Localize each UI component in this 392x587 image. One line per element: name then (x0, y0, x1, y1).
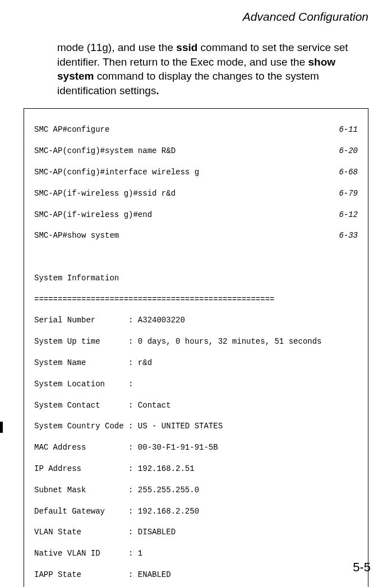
code-blank (34, 252, 358, 262)
code-line: SMC-AP#show system6-33 (34, 230, 358, 241)
code-line: SMC-AP(if-wireless g)#ssid r&d6-79 (34, 188, 358, 199)
change-bar-icon (0, 422, 3, 433)
code-text: SMC-AP#show system (34, 230, 119, 241)
para-bold-ssid: ssid (176, 41, 197, 53)
code-line: SMC-AP(config)#interface wireless g6-68 (34, 167, 358, 178)
code-row: System Location : (34, 379, 358, 390)
code-separator: ========================================… (34, 294, 358, 305)
code-row: Native VLAN ID : 1 (34, 548, 358, 559)
code-row: System Up time : 0 days, 0 hours, 32 min… (34, 336, 358, 347)
code-row: Serial Number : A324003220 (34, 315, 358, 326)
code-row: Subnet Mask : 255.255.255.0 (34, 485, 358, 496)
page: Advanced Configuration mode (11g), and u… (0, 0, 392, 587)
code-block: SMC AP#configure6-11 SMC-AP(config)#syst… (24, 108, 368, 587)
code-ref: 6-79 (334, 188, 358, 199)
code-info-header: System Information (34, 273, 358, 284)
code-row: IAPP State : ENABLED (34, 570, 358, 580)
code-text: SMC-AP(if-wireless g)#end (34, 210, 152, 220)
code-row: System Country Code : US - UNITED STATES (34, 421, 358, 432)
header-title: Advanced Configuration (10, 10, 371, 24)
code-ref: 6-20 (334, 146, 358, 156)
code-text: SMC-AP(config)#system name R&D (34, 146, 176, 156)
page-number: 5-5 (353, 560, 371, 575)
code-row: System Name : r&d (34, 358, 358, 368)
code-text: SMC AP#configure (34, 124, 109, 135)
code-row: Default Gateway : 192.168.2.250 (34, 506, 358, 517)
para-text-3: command to display the changes to the sy… (57, 70, 319, 96)
code-line: SMC AP#configure6-11 (34, 124, 358, 135)
code-ref: 6-11 (334, 124, 358, 135)
code-text: SMC-AP(config)#interface wireless g (34, 167, 199, 178)
para-text-1: mode (11g), and use the (57, 41, 176, 53)
code-row: VLAN State : DISABLED (34, 527, 358, 538)
code-ref: 6-12 (334, 210, 358, 220)
body-paragraph: mode (11g), and use the ssid command to … (57, 40, 368, 98)
code-row: IP Address : 192.168.2.51 (34, 464, 358, 474)
code-text: SMC-AP(if-wireless g)#ssid r&d (34, 188, 176, 199)
code-line: SMC-AP(config)#system name R&D6-20 (34, 146, 358, 156)
code-ref: 6-68 (334, 167, 358, 178)
code-row: System Contact : Contact (34, 400, 358, 411)
code-line: SMC-AP(if-wireless g)#end6-12 (34, 210, 358, 220)
code-ref: 6-33 (334, 230, 358, 241)
para-bold-period: . (156, 85, 159, 96)
code-row: MAC Address : 00-30-F1-91-91-5B (34, 442, 358, 453)
